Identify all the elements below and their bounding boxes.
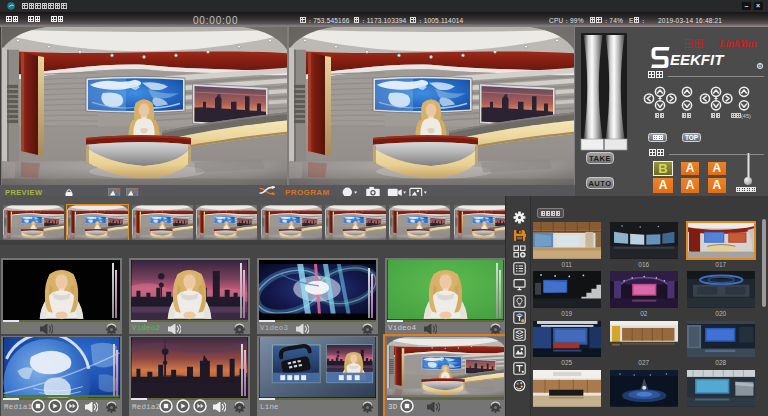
svg-text:EEKFIT: EEKFIT (670, 51, 725, 68)
svg-text:R: R (758, 64, 762, 69)
